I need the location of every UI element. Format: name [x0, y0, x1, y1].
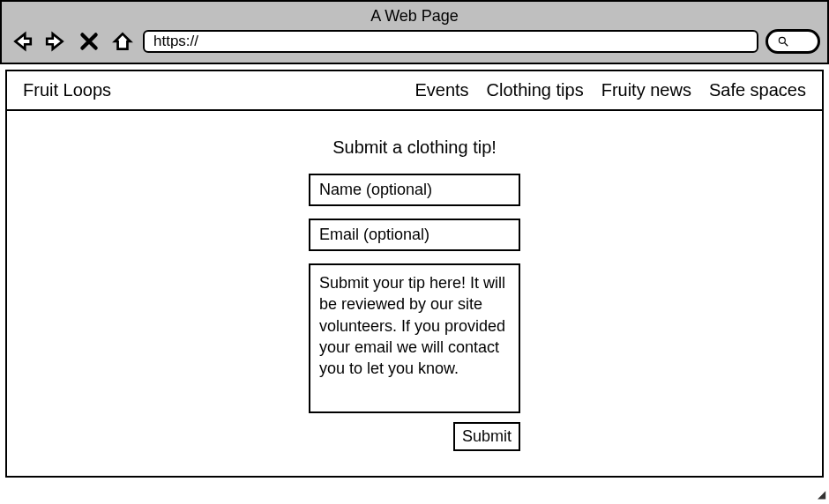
content: Submit a clothing tip! Submit: [5, 111, 824, 478]
form-heading: Submit a clothing tip!: [332, 137, 497, 158]
address-bar[interactable]: [143, 30, 758, 53]
resize-grip-icon[interactable]: ◢: [818, 488, 824, 500]
browser-title: A Web Page: [9, 5, 820, 29]
nav-link-clothing-tips[interactable]: Clothing tips: [487, 80, 584, 100]
svg-point-0: [779, 37, 785, 43]
browser-toolbar: [9, 29, 820, 54]
submit-button[interactable]: Submit: [453, 422, 520, 451]
forward-icon[interactable]: [42, 29, 69, 54]
svg-line-1: [785, 43, 788, 47]
email-field[interactable]: [309, 219, 520, 251]
back-icon[interactable]: [9, 29, 35, 54]
nav-link-safe-spaces[interactable]: Safe spaces: [709, 80, 806, 100]
home-icon[interactable]: [109, 29, 136, 54]
close-icon[interactable]: [76, 29, 102, 54]
search-icon: [777, 35, 789, 48]
tip-textarea[interactable]: [309, 263, 520, 413]
page-area: Fruit Loops Events Clothing tips Fruity …: [0, 64, 829, 483]
search-button[interactable]: [766, 29, 820, 54]
nav-link-events[interactable]: Events: [414, 80, 468, 100]
submit-row: Submit: [309, 422, 520, 451]
site-navbar: Fruit Loops Events Clothing tips Fruity …: [5, 70, 824, 111]
name-field[interactable]: [309, 174, 520, 206]
brand-title: Fruit Loops: [23, 80, 397, 100]
browser-chrome: A Web Page: [0, 0, 829, 64]
nav-link-fruity-news[interactable]: Fruity news: [601, 80, 691, 100]
